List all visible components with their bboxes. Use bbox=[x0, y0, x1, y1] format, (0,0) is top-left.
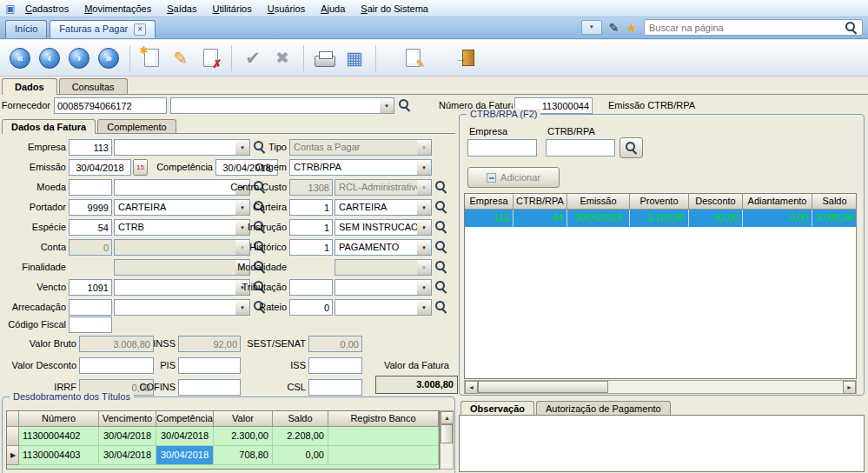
column-header[interactable]: Valor bbox=[214, 411, 273, 427]
menu-utilitarios[interactable]: Utilitários bbox=[204, 2, 259, 16]
exit-button[interactable]: → bbox=[454, 43, 483, 74]
edit-button[interactable]: ✎ bbox=[166, 43, 195, 74]
tab-inicio[interactable]: Início bbox=[5, 20, 47, 38]
close-icon[interactable]: × bbox=[134, 23, 146, 36]
delete-button[interactable]: ✗ bbox=[195, 43, 225, 74]
grid-cell[interactable]: 44 bbox=[514, 210, 567, 227]
menu-usuarios[interactable]: Usuários bbox=[260, 2, 313, 16]
scroll-right-icon[interactable]: ► bbox=[843, 381, 856, 394]
tab-faturas-a-pagar[interactable]: Faturas a Pagar × bbox=[50, 20, 156, 38]
column-header[interactable]: Competência bbox=[156, 411, 214, 427]
dropdown-icon[interactable]: ▼ bbox=[417, 300, 431, 315]
grid-cell[interactable]: 3.008,80 bbox=[812, 210, 857, 227]
fornecedor-search-icon[interactable] bbox=[399, 99, 411, 111]
grid-cell[interactable]: 0,00 bbox=[273, 446, 328, 465]
menu-movimentacoes[interactable]: Movimentações bbox=[76, 2, 159, 16]
portador-code-input[interactable] bbox=[69, 199, 112, 216]
dropdown-icon[interactable]: ▼ bbox=[417, 160, 431, 175]
instrucao-combo[interactable]: SEM INSTRUCAO▼ bbox=[335, 219, 432, 236]
cancel-button[interactable]: ✖ bbox=[268, 43, 297, 74]
column-header[interactable]: Registro Banco bbox=[328, 411, 439, 427]
cofins-input[interactable] bbox=[178, 379, 241, 396]
grid-cell[interactable]: 30/04/2018 bbox=[156, 427, 214, 446]
search-icon[interactable] bbox=[845, 22, 858, 34]
menu-ajuda[interactable]: Ajuda bbox=[313, 2, 353, 16]
ctrb-lookup-button[interactable] bbox=[620, 137, 643, 158]
tributacao-combo[interactable]: ▼ bbox=[335, 279, 432, 296]
grid-cell[interactable]: 0,00 bbox=[743, 210, 812, 227]
scroll-left-icon[interactable]: ◄ bbox=[465, 381, 478, 394]
ctrb-grid-hscrollbar[interactable]: ◄ ► bbox=[464, 380, 857, 394]
dropdown-icon[interactable]: ▼ bbox=[417, 200, 431, 215]
rateio-code-input[interactable] bbox=[289, 299, 333, 316]
ctrb-empresa-input[interactable] bbox=[467, 139, 537, 157]
chevron-down-icon[interactable]: ▼ bbox=[581, 20, 602, 35]
column-header[interactable]: Número bbox=[19, 411, 99, 427]
carteira-code-input[interactable] bbox=[289, 199, 333, 216]
tab-dados-da-fatura[interactable]: Dados da Fatura bbox=[2, 119, 96, 134]
table-row[interactable]: ▶ 11300004403 30/04/2018 30/04/2018 708,… bbox=[7, 446, 439, 465]
grid-view-button[interactable]: ▦ bbox=[340, 43, 369, 74]
rateio-combo[interactable]: ▼ bbox=[335, 299, 432, 316]
tributacao-search-icon[interactable] bbox=[435, 281, 447, 293]
empresa-code-input[interactable] bbox=[69, 139, 112, 156]
grid-cell[interactable]: 92,00 bbox=[689, 210, 743, 227]
tributacao-code-input[interactable] bbox=[289, 279, 333, 296]
iss-input[interactable] bbox=[308, 357, 362, 374]
tab-observacao[interactable]: Observação bbox=[461, 401, 534, 416]
pis-input[interactable] bbox=[178, 357, 241, 374]
fornecedor-code-input[interactable] bbox=[54, 97, 167, 114]
menu-saidas[interactable]: Saídas bbox=[159, 2, 204, 16]
grid-cell[interactable]: 30/04/2018 bbox=[99, 427, 156, 446]
dropdown-icon[interactable]: ▼ bbox=[417, 240, 431, 255]
grid-cell[interactable]: 113 bbox=[465, 210, 514, 227]
grid-cell[interactable] bbox=[328, 427, 439, 446]
scrollbar-thumb[interactable] bbox=[441, 424, 453, 443]
confirm-button[interactable]: ✔ bbox=[238, 43, 268, 74]
grid-cell[interactable]: 11300004402 bbox=[19, 427, 99, 446]
menu-sair[interactable]: Sair do Sistema bbox=[353, 2, 436, 16]
csl-input[interactable] bbox=[308, 379, 362, 396]
grid-cell[interactable]: 30/04/2018 bbox=[99, 446, 156, 465]
table-row[interactable]: 11300004402 30/04/2018 30/04/2018 2.300,… bbox=[7, 427, 439, 446]
tab-autorizacao-pagamento[interactable]: Autorização de Pagamento bbox=[536, 401, 671, 415]
rateio-search-icon[interactable] bbox=[435, 301, 447, 313]
dropdown-icon[interactable]: ▼ bbox=[417, 220, 431, 235]
nav-first-button[interactable]: « bbox=[5, 43, 35, 74]
favorite-star-icon[interactable]: ★ bbox=[626, 21, 637, 35]
especie-code-input[interactable] bbox=[69, 219, 112, 236]
historico-search-icon[interactable] bbox=[435, 241, 447, 253]
nav-next-button[interactable]: › bbox=[64, 43, 94, 74]
grid-cell[interactable]: 3.100,80 bbox=[630, 210, 689, 227]
ctrb-rpa-input[interactable] bbox=[546, 139, 615, 157]
scroll-up-icon[interactable]: ▲ bbox=[441, 411, 454, 424]
column-header[interactable]: Emissão bbox=[567, 194, 630, 210]
instrucao-search-icon[interactable] bbox=[435, 221, 447, 233]
origem-combo[interactable]: CTRB/RPA▼ bbox=[289, 159, 432, 176]
centro-custo-search-icon[interactable] bbox=[435, 181, 447, 193]
column-header[interactable]: Saldo bbox=[812, 194, 857, 210]
column-header[interactable]: Saldo bbox=[273, 411, 328, 427]
codigo-fiscal-input[interactable] bbox=[69, 316, 112, 333]
historico-code-input[interactable] bbox=[289, 239, 333, 256]
column-header[interactable]: Adiantamento bbox=[743, 194, 812, 210]
instrucao-code-input[interactable] bbox=[289, 219, 333, 236]
tab-consultas[interactable]: Consultas bbox=[59, 78, 128, 94]
column-header[interactable]: Desconto bbox=[689, 194, 743, 210]
nav-last-button[interactable]: » bbox=[94, 43, 123, 74]
print-button[interactable] bbox=[310, 43, 340, 74]
column-header[interactable]: Vencimento bbox=[99, 411, 156, 427]
arrecadacao-code-input[interactable] bbox=[69, 299, 112, 316]
search-input[interactable] bbox=[649, 23, 845, 33]
grid-cell[interactable]: 708,80 bbox=[214, 446, 273, 465]
grid-cell[interactable]: 30/04/2018 bbox=[567, 210, 630, 227]
selected-grid-cell[interactable]: 30/04/2018 bbox=[156, 446, 214, 465]
carteira-search-icon[interactable] bbox=[435, 201, 447, 213]
grid-cell[interactable] bbox=[328, 446, 439, 465]
fornecedor-combo[interactable]: ▼ bbox=[170, 97, 394, 114]
column-header[interactable]: Provento bbox=[630, 194, 689, 210]
menu-cadastros[interactable]: Cadastros bbox=[17, 2, 76, 16]
vencto-code-input[interactable] bbox=[69, 279, 112, 296]
modalidade-search-icon[interactable] bbox=[435, 261, 447, 273]
emissao-date-input[interactable] bbox=[69, 159, 131, 176]
